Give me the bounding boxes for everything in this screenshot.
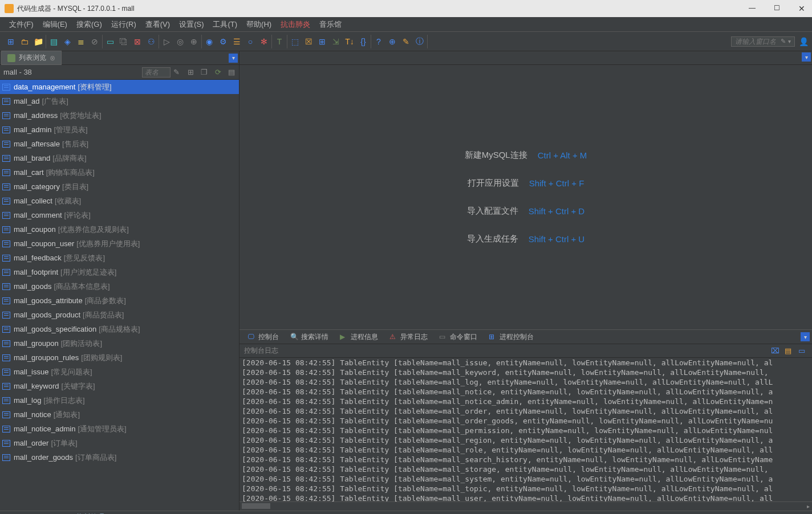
console-tab-2[interactable]: ▶进程信息 [334, 330, 384, 344]
table-row[interactable]: mall_groupon [团购活动表] [0, 336, 239, 350]
table-row[interactable]: mall_feedback [意见反馈表] [0, 251, 239, 265]
table-row[interactable]: mall_notice [通知表] [0, 407, 239, 422]
stack-icon[interactable]: ☰ [232, 36, 242, 47]
upload-icon[interactable]: ⊕ [387, 36, 397, 47]
help-icon[interactable]: ? [373, 36, 384, 47]
table-row[interactable]: data_management [资料管理] [0, 80, 239, 94]
refresh-icon[interactable]: ⟳ [213, 67, 223, 77]
tag-icon[interactable]: T↓ [344, 36, 355, 47]
list-icon[interactable]: ▤ [785, 346, 794, 356]
copy-icon[interactable]: ❐ [199, 67, 209, 77]
export-icon[interactable]: ⇲ [331, 36, 341, 47]
minimize-button[interactable]: — [746, 2, 758, 15]
table-list[interactable]: data_management [资料管理]mall_ad [广告表]mall_… [0, 80, 239, 511]
text-icon[interactable]: T [274, 36, 285, 47]
tab-list-browse[interactable]: 列表浏览 ⊗ [1, 51, 62, 65]
table-row[interactable]: mall_coupon [优惠券信息及规则表] [0, 222, 239, 236]
scroll-right-icon[interactable]: ▸ [804, 502, 812, 510]
new-connection-icon[interactable]: ⊞ [6, 36, 16, 47]
table-row[interactable]: mall_aftersale [售后表] [0, 137, 239, 151]
menu-5[interactable]: 设置(S) [174, 18, 208, 31]
tree-icon[interactable]: ⚇ [146, 36, 156, 47]
editor-dropdown-icon[interactable]: ▾ [802, 52, 811, 62]
panel-dropdown-icon[interactable]: ▾ [229, 54, 238, 63]
menu-1[interactable]: 编辑(E) [38, 18, 72, 31]
checkbox-icon[interactable]: ☒ [303, 36, 314, 47]
table-row[interactable]: mall_order_goods [订单商品表] [0, 450, 239, 464]
table-row[interactable]: mall_log [操作日志表] [0, 393, 239, 407]
menu-7[interactable]: 帮助(H) [242, 18, 276, 31]
menu-2[interactable]: 搜索(G) [72, 18, 107, 31]
table-row[interactable]: mall_brand [品牌商表] [0, 151, 239, 165]
grid-icon[interactable]: ⊞ [317, 36, 327, 47]
table-filter-input[interactable] [142, 67, 170, 77]
select-icon[interactable]: ⬚ [290, 36, 300, 47]
table-row[interactable]: mall_category [类目表] [0, 180, 239, 194]
table-row[interactable]: mall_keyword [关键字表] [0, 379, 239, 393]
info-icon[interactable]: ⓘ [415, 36, 425, 47]
run-icon[interactable]: ▷ [161, 36, 172, 47]
folder-icon[interactable]: 📁 [33, 36, 43, 47]
collapse-icon[interactable]: ▤ [226, 67, 237, 77]
settings-icon[interactable]: ✻ [259, 36, 269, 47]
horizontal-scrollbar[interactable]: ◂ ▸ [239, 501, 812, 511]
edit-icon[interactable]: ✎ [401, 36, 411, 47]
table-row[interactable]: mall_footprint [用户浏览足迹表] [0, 265, 239, 279]
pencil-icon[interactable]: ✎ [172, 68, 180, 76]
menu-3[interactable]: 运行(R) [107, 18, 141, 31]
console-tab-3[interactable]: ⚠异常日志 [384, 330, 433, 344]
table-row[interactable]: mall_groupon_rules [团购规则表] [0, 350, 239, 365]
server-icon[interactable]: ▤ [48, 36, 59, 47]
menu-8[interactable]: 抗击肺炎 [276, 18, 315, 31]
console-dropdown-icon[interactable]: ▾ [801, 332, 810, 341]
table-row[interactable]: mall_ad [广告表] [0, 94, 239, 108]
compass-icon[interactable]: ⊕ [189, 36, 199, 47]
chevron-down-icon[interactable]: ▾ [788, 38, 791, 44]
table-row[interactable]: mall_address [收货地址表] [0, 108, 239, 123]
table-row[interactable]: mall_coupon_user [优惠券用户使用表] [0, 236, 239, 251]
menu-6[interactable]: 工具(T) [208, 18, 242, 31]
table-row[interactable]: mall_order [订单表] [0, 436, 239, 450]
table-row[interactable]: mall_collect [收藏表] [0, 194, 239, 208]
console-tab-1[interactable]: 🔍搜索详情 [285, 330, 334, 344]
table-row[interactable]: mall_admin [管理员表] [0, 123, 239, 137]
console-tab-0[interactable]: 🖵控制台 [242, 330, 285, 344]
copy-icon[interactable]: ⿻ [119, 36, 129, 47]
table-row[interactable]: mall_goods_attribute [商品参数表] [0, 293, 239, 308]
console-tab-5[interactable]: ⊞进程控制台 [483, 330, 539, 344]
window-search-input[interactable] [735, 38, 781, 46]
table-desc: [优惠券信息及规则表] [58, 225, 129, 235]
window-search-box[interactable]: ✎ ▾ [731, 36, 795, 47]
console-tab-4[interactable]: ▭命令窗口 [433, 330, 483, 344]
close-button[interactable]: ✕ [796, 2, 807, 15]
target-icon[interactable]: ◎ [175, 36, 185, 47]
brackets-icon[interactable]: {} [358, 36, 368, 47]
close-icon[interactable]: ⊗ [50, 54, 55, 62]
table-row[interactable]: mall_goods_specification [商品规格表] [0, 322, 239, 336]
broom-icon[interactable]: ⌧ [771, 346, 780, 356]
refresh-icon[interactable]: ◈ [62, 36, 72, 47]
user-icon[interactable]: 👤 [798, 36, 809, 47]
wrap-icon[interactable]: ▭ [798, 346, 807, 356]
scrollbar-thumb[interactable] [242, 503, 270, 509]
disconnect-icon[interactable]: ⊘ [90, 36, 100, 47]
stop-icon[interactable]: ⊠ [132, 36, 143, 47]
database-icon[interactable]: ≣ [76, 36, 86, 47]
table-row[interactable]: mall_issue [常见问题表] [0, 365, 239, 379]
table-row[interactable]: mall_goods_product [商品货品表] [0, 308, 239, 322]
table-row[interactable]: mall_comment [评论表] [0, 208, 239, 222]
ring-icon[interactable]: ○ [245, 36, 255, 47]
gear-icon[interactable]: ⚙ [218, 36, 228, 47]
console-log[interactable]: [2020-06-15 08:42:55] TableEntity [table… [239, 358, 812, 501]
table-row[interactable]: mall_cart [购物车商品表] [0, 165, 239, 180]
table-row[interactable]: mall_notice_admin [通知管理员表] [0, 422, 239, 436]
open-folder-icon[interactable]: 🗀 [19, 36, 30, 47]
table-row[interactable]: mall_goods [商品基本信息表] [0, 279, 239, 293]
menu-0[interactable]: 文件(F) [5, 18, 38, 31]
eye-icon[interactable]: ◉ [204, 36, 214, 47]
maximize-button[interactable]: ☐ [772, 2, 782, 15]
window-icon[interactable]: ▭ [105, 36, 115, 47]
add-icon[interactable]: ⊞ [185, 67, 196, 77]
menu-4[interactable]: 查看(V) [141, 18, 174, 31]
menu-9[interactable]: 音乐馆 [315, 18, 346, 31]
